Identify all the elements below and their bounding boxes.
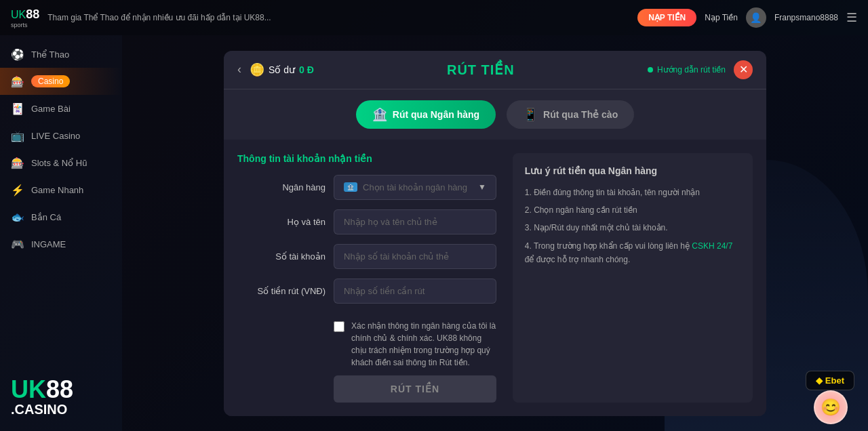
tab-card[interactable]: 📱 Rút qua Thẻ cào [507, 100, 634, 129]
info-item-3: 3. Nạp/Rút duy nhất một chủ tài khoản. [525, 221, 741, 234]
modal: ‹ 🪙 Số dư 0 Đ RÚT TIỀN Hướng dẫn rút tiề… [224, 51, 766, 416]
modal-title: RÚT TIỀN [322, 62, 639, 78]
bank-select-icon: 🏦 [344, 182, 357, 192]
bank-select[interactable]: 🏦 Chọn tài khoản ngân hàng ▼ [334, 175, 496, 200]
form-row-fullname: Họ và tên [237, 209, 496, 234]
close-button[interactable]: ✕ [734, 60, 753, 79]
info-section: Lưu ý rút tiền qua Ngân hàng 1. Điền đún… [513, 153, 753, 403]
logo-uk-big: UK [11, 375, 46, 403]
sidebar-item-slots[interactable]: 🎰 Slots & Nổ Hũ [0, 149, 122, 176]
card-tab-icon: 📱 [523, 107, 538, 122]
logo-num-big: 88 [46, 375, 73, 403]
nap-tien-label: Nạp Tiền [705, 13, 738, 22]
live-icon: 📺 [11, 129, 24, 142]
bank-select-placeholder: Chọn tài khoản ngân hàng [363, 182, 467, 192]
sidebar-item-casino[interactable]: 🎰 Casino [0, 68, 122, 95]
sports-icon: ⚽ [11, 47, 24, 61]
username-label: Franpsmano8888 [774, 13, 838, 22]
topbar-right: NẠP TIỀN Nạp Tiền 👤 Franpsmano8888 ☰ [637, 7, 857, 28]
topbar: UK88 sports Tham gia Thể Thao để nhận nh… [0, 0, 868, 35]
info-item-1: 1. Điền đúng thông tin tài khoản, tên ng… [525, 186, 741, 199]
form-row-amount: Số tiền rút (VNĐ) [237, 279, 496, 304]
modal-body: Thông tin tài khoản nhận tiền Ngân hàng … [224, 140, 766, 416]
account-number-input[interactable] [334, 244, 496, 269]
topbar-marquee: Tham gia Thể Thao để nhận nhiều ưu đãi h… [47, 13, 629, 22]
sidebar-label-slots: Slots & Nổ Hũ [31, 158, 87, 168]
ingame-icon: 🎮 [11, 237, 24, 251]
modal-balance: 🪙 Số dư 0 Đ [250, 62, 314, 77]
checkbox-text: Xác nhận thông tin ngân hàng của tôi là … [351, 320, 496, 369]
account-label: Số tài khoản [237, 251, 326, 262]
sidebar-label-live: LIVE Casino [31, 131, 80, 141]
amount-label: Số tiền rút (VNĐ) [237, 286, 326, 296]
main-content: ‹ 🪙 Số dư 0 Đ RÚT TIỀN Hướng dẫn rút tiề… [122, 35, 868, 431]
sidebar-label-casino: Casino [31, 75, 70, 87]
help-label: Hướng dẫn rút tiền [657, 65, 726, 75]
logo-num: 88 [26, 7, 39, 21]
sidebar-label-thethao: Thể Thao [31, 49, 69, 60]
ebet-badge: ◆ Ebet [806, 371, 854, 390]
form-section-title: Thông tin tài khoản nhận tiền [237, 153, 496, 164]
amount-input[interactable] [334, 279, 496, 304]
slots-icon: 🎰 [11, 156, 24, 169]
logo-sports: sports [11, 22, 39, 28]
info-item-4: 4. Trong trường hợp khẩn cấp vui lòng li… [525, 239, 741, 267]
sidebar-label-gamenhanh: Game Nhanh [31, 185, 83, 195]
modal-header: ‹ 🪙 Số dư 0 Đ RÚT TIỀN Hướng dẫn rút tiề… [224, 51, 766, 89]
help-dot [648, 67, 653, 73]
tab-bank-label: Rút qua Ngân hàng [393, 109, 479, 120]
sidebar-item-gamenhanh[interactable]: ⚡ Game Nhanh [0, 176, 122, 203]
back-button[interactable]: ‹ [237, 62, 241, 77]
sidebar: ⚽ Thể Thao 🎰 Casino 🃏 Game Bài 📺 LIVE Ca… [0, 35, 122, 431]
balance-icon: 🪙 [250, 62, 264, 77]
sidebar-label-ingame: INGAME [31, 239, 66, 249]
chevron-down-icon: ▼ [478, 182, 486, 192]
avatar: 👤 [746, 7, 766, 28]
submit-button[interactable]: RÚT TIỀN [334, 375, 496, 403]
bottom-right-avatar: 😊 [814, 390, 848, 424]
checkbox-row: Xác nhận thông tin ngân hàng của tôi là … [334, 313, 496, 375]
tab-bar: 🏦 Rút qua Ngân hàng 📱 Rút qua Thẻ cào [224, 89, 766, 140]
sidebar-item-ingame[interactable]: 🎮 INGAME [0, 230, 122, 258]
menu-icon[interactable]: ☰ [846, 10, 857, 25]
modal-backdrop: ‹ 🪙 Số dư 0 Đ RÚT TIỀN Hướng dẫn rút tiề… [122, 35, 868, 431]
tab-bank[interactable]: 🏦 Rút qua Ngân hàng [356, 100, 496, 129]
banca-icon: 🐟 [11, 210, 24, 224]
modal-help[interactable]: Hướng dẫn rút tiền [648, 65, 726, 75]
info-title: Lưu ý rút tiền qua Ngân hàng [525, 165, 741, 176]
deposit-button[interactable]: NẠP TIỀN [637, 9, 696, 26]
sidebar-label-gamebai: Game Bài [31, 104, 71, 114]
form-row-account: Số tài khoản [237, 244, 496, 269]
logo-casino-text: .CASINO [11, 402, 73, 417]
sidebar-label-banca: Bắn Cá [31, 212, 61, 222]
casino-icon: 🎰 [11, 75, 24, 88]
logo: UK88 sports [11, 7, 39, 28]
info-item-2: 2. Chọn ngân hàng cần rút tiền [525, 203, 741, 217]
gamebai-icon: 🃏 [11, 102, 24, 115]
sidebar-item-thethao[interactable]: ⚽ Thể Thao [0, 41, 122, 68]
logo-uk: UK [11, 9, 26, 20]
sidebar-logo: UK88 .CASINO [11, 377, 73, 417]
confirm-checkbox[interactable] [334, 321, 344, 332]
sidebar-item-gamebai[interactable]: 🃏 Game Bài [0, 95, 122, 122]
form-section: Thông tin tài khoản nhận tiền Ngân hàng … [237, 153, 496, 403]
balance-label: Số dư [269, 64, 295, 75]
fullname-label: Họ và tên [237, 217, 326, 227]
bank-label: Ngân hàng [237, 182, 326, 192]
gamenhanh-icon: ⚡ [11, 183, 24, 197]
tab-card-label: Rút qua Thẻ cào [543, 109, 618, 120]
fullname-input[interactable] [334, 209, 496, 234]
balance-amount: 0 Đ [299, 64, 314, 75]
cskh-link[interactable]: CSKH 24/7 [692, 241, 732, 251]
sidebar-item-banca[interactable]: 🐟 Bắn Cá [0, 203, 122, 230]
form-row-bank: Ngân hàng 🏦 Chọn tài khoản ngân hàng ▼ [237, 175, 496, 200]
sidebar-item-live[interactable]: 📺 LIVE Casino [0, 122, 122, 149]
bank-tab-icon: 🏦 [372, 107, 387, 122]
